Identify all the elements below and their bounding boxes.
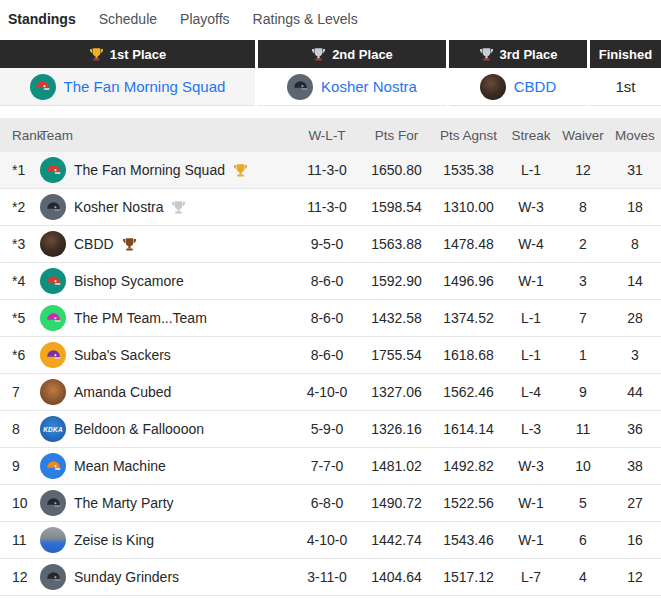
- wlt-cell: 8-6-0: [293, 347, 361, 363]
- pts-agnst-cell: 1614.14: [432, 421, 505, 437]
- moves-cell: 28: [609, 310, 661, 326]
- wlt-cell: 11-3-0: [293, 199, 361, 215]
- pts-for-cell: 1592.90: [361, 273, 432, 289]
- podium-first-team-link[interactable]: The Fan Morning Squad: [64, 78, 226, 95]
- team-link[interactable]: Amanda Cubed: [74, 384, 171, 400]
- team-avatar: [40, 194, 66, 220]
- team-link[interactable]: The Fan Morning Squad: [74, 162, 225, 178]
- team-link[interactable]: Bishop Sycamore: [74, 273, 184, 289]
- podium-second-team-link[interactable]: Kosher Nostra: [321, 78, 417, 95]
- streak-cell: L-7: [505, 569, 557, 585]
- streak-cell: L-1: [505, 347, 557, 363]
- table-row: 9 Mean Machine 7-7-0 1481.02 1492.82 W-3…: [0, 448, 661, 485]
- streak-cell: L-4: [505, 384, 557, 400]
- wlt-cell: 9-5-0: [293, 236, 361, 252]
- podium-third-header: 3rd Place: [449, 40, 587, 68]
- waiver-cell: 7: [557, 310, 609, 326]
- rank-cell: *5: [0, 310, 40, 326]
- waiver-cell: 6: [557, 532, 609, 548]
- pts-for-cell: 1327.06: [361, 384, 432, 400]
- table-row: *5 The PM Team...Team 8-6-0 1432.58 1374…: [0, 300, 661, 337]
- bronze-trophy-icon: [122, 237, 137, 252]
- team-link[interactable]: Suba's Sackers: [74, 347, 171, 363]
- tab-standings[interactable]: Standings: [8, 11, 76, 27]
- team-link[interactable]: Zeise is King: [74, 532, 154, 548]
- team-avatar: KDKA: [40, 416, 66, 442]
- kdka-logo: KDKA: [43, 426, 63, 433]
- team-link[interactable]: The Marty Party: [74, 495, 174, 511]
- pts-for-cell: 1404.64: [361, 569, 432, 585]
- team-avatar: [40, 379, 66, 405]
- moves-cell: 8: [609, 236, 661, 252]
- podium-finished-title: Finished: [599, 47, 652, 62]
- team-link[interactable]: CBDD: [74, 236, 114, 252]
- pts-agnst-cell: 1562.46: [432, 384, 505, 400]
- wlt-cell: 8-6-0: [293, 273, 361, 289]
- header-moves: Moves: [609, 128, 661, 143]
- pts-for-cell: 1755.54: [361, 347, 432, 363]
- rank-cell: *3: [0, 236, 40, 252]
- team-avatar: [40, 268, 66, 294]
- team-avatar: [40, 453, 66, 479]
- streak-cell: W-1: [505, 532, 557, 548]
- standings-page: Standings Schedule Playoffs Ratings & Le…: [0, 0, 661, 598]
- streak-cell: W-1: [505, 495, 557, 511]
- team-link[interactable]: Kosher Nostra: [74, 199, 163, 215]
- moves-cell: 44: [609, 384, 661, 400]
- header-rank: Rank: [0, 128, 40, 143]
- podium-third-team-link[interactable]: CBDD: [514, 78, 557, 95]
- podium-band: 1st Place The Fan Morning Squad 2nd Plac…: [0, 40, 661, 106]
- team-link[interactable]: Sunday Grinders: [74, 569, 179, 585]
- silver-trophy-icon: [479, 47, 494, 62]
- wlt-cell: 3-11-0: [293, 569, 361, 585]
- tab-schedule[interactable]: Schedule: [99, 11, 157, 27]
- podium-first-header: 1st Place: [0, 40, 255, 68]
- pts-agnst-cell: 1535.38: [432, 162, 505, 178]
- tab-playoffs[interactable]: Playoffs: [180, 11, 230, 27]
- waiver-cell: 8: [557, 199, 609, 215]
- team-avatar: [287, 74, 313, 100]
- streak-cell: L-1: [505, 162, 557, 178]
- section-tab-bar: Standings Schedule Playoffs Ratings & Le…: [0, 0, 661, 40]
- waiver-cell: 4: [557, 569, 609, 585]
- team-avatar: [40, 564, 66, 590]
- tab-ratings-levels[interactable]: Ratings & Levels: [253, 11, 358, 27]
- waiver-cell: 9: [557, 384, 609, 400]
- finished-place-value: 1st: [615, 78, 635, 95]
- pts-agnst-cell: 1543.46: [432, 532, 505, 548]
- team-link[interactable]: Mean Machine: [74, 458, 166, 474]
- pts-for-cell: 1563.88: [361, 236, 432, 252]
- team-avatar: [40, 342, 66, 368]
- rank-cell: 12: [0, 569, 40, 585]
- podium-first-title: 1st Place: [110, 47, 166, 62]
- team-avatar: [40, 305, 66, 331]
- rank-cell: *1: [0, 162, 40, 178]
- waiver-cell: 2: [557, 236, 609, 252]
- rank-cell: 9: [0, 458, 40, 474]
- team-avatar: [40, 527, 66, 553]
- streak-cell: W-4: [505, 236, 557, 252]
- pts-for-cell: 1650.80: [361, 162, 432, 178]
- rank-cell: *2: [0, 199, 40, 215]
- rank-cell: 11: [0, 532, 40, 548]
- wlt-cell: 6-8-0: [293, 495, 361, 511]
- podium-finished-header: Finished: [590, 40, 661, 68]
- table-row: 12 Sunday Grinders 3-11-0 1404.64 1517.1…: [0, 559, 661, 596]
- silver-trophy-icon: [311, 47, 326, 62]
- table-row: 11 Zeise is King 4-10-0 1442.74 1543.46 …: [0, 522, 661, 559]
- team-avatar: [40, 231, 66, 257]
- moves-cell: 3: [609, 347, 661, 363]
- team-link[interactable]: The PM Team...Team: [74, 310, 207, 326]
- streak-cell: W-3: [505, 458, 557, 474]
- team-link[interactable]: Beldoon & Falloooon: [74, 421, 204, 437]
- podium-third-title: 3rd Place: [500, 47, 558, 62]
- table-row: 7 Amanda Cubed 4-10-0 1327.06 1562.46 L-…: [0, 374, 661, 411]
- table-row: *2 Kosher Nostra 11-3-0 1598.54 1310.00 …: [0, 189, 661, 226]
- waiver-cell: 11: [557, 421, 609, 437]
- wlt-cell: 4-10-0: [293, 384, 361, 400]
- waiver-cell: 10: [557, 458, 609, 474]
- podium-second-place: 2nd Place Kosher Nostra: [258, 40, 446, 106]
- pts-agnst-cell: 1374.52: [432, 310, 505, 326]
- moves-cell: 36: [609, 421, 661, 437]
- pts-for-cell: 1432.58: [361, 310, 432, 326]
